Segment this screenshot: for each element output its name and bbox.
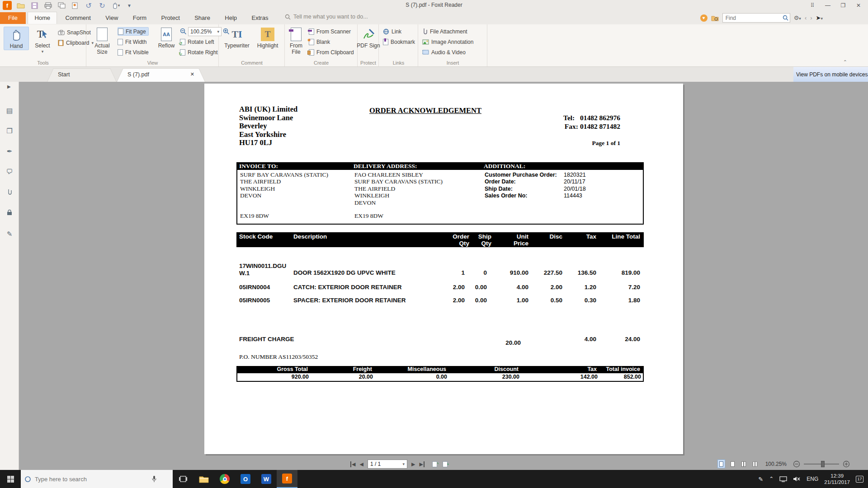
hidden-icons-chevron-icon[interactable]: ⌃ xyxy=(769,476,774,482)
page-indicator[interactable]: 1 / 1▾ xyxy=(368,460,407,469)
mobile-banner[interactable]: View PDFs on mobile devices xyxy=(793,67,868,82)
collapse-ribbon-icon[interactable]: ⌃ xyxy=(843,59,847,65)
link-button[interactable]: Link xyxy=(383,27,401,36)
menu-tab-protect[interactable]: Protect xyxy=(155,12,186,24)
highlight-button[interactable]: T Highlight xyxy=(254,27,282,49)
foxit-taskbar-icon[interactable]: f xyxy=(277,470,297,488)
zoom-out-icon[interactable] xyxy=(180,28,187,35)
image-annotation-button[interactable]: Image Annotation xyxy=(422,38,473,46)
continuous-view-icon[interactable] xyxy=(729,460,736,468)
zoom-out-circle-icon[interactable] xyxy=(793,460,800,468)
attachments-panel-icon[interactable] xyxy=(0,188,19,196)
find-previous-icon[interactable]: ‹ xyxy=(805,14,807,21)
zoom-slider-handle[interactable] xyxy=(821,461,825,467)
tell-me-search[interactable]: Tell me what you want to do... xyxy=(285,14,368,20)
find-settings-gear-icon[interactable]: ⚙▾ xyxy=(794,14,801,21)
zoom-slider[interactable] xyxy=(804,464,839,465)
action-center-icon[interactable]: 17 xyxy=(856,476,863,483)
reflow-button[interactable]: AA Reflow xyxy=(154,27,179,49)
last-page-icon[interactable]: ▶ xyxy=(419,461,424,467)
taskbar-search-input[interactable] xyxy=(35,476,148,483)
fit-page-button[interactable]: Fit Page xyxy=(118,27,149,36)
find-next-icon[interactable]: › xyxy=(810,14,812,21)
file-attachment-button[interactable]: File Attachment xyxy=(422,27,467,36)
taskbar-search[interactable] xyxy=(21,470,173,488)
heart-icon[interactable]: ♥ xyxy=(700,14,708,22)
next-view-icon[interactable]: ↷ xyxy=(443,461,449,467)
page-thumbnails-icon[interactable]: ▤ xyxy=(0,107,19,115)
select-button[interactable]: T Select▾ xyxy=(30,27,55,54)
menu-tab-help[interactable]: Help xyxy=(218,12,243,24)
security-panel-icon[interactable] xyxy=(0,209,19,217)
typewriter-button[interactable]: TI Typewriter xyxy=(222,27,252,49)
from-file-button[interactable]: From File xyxy=(286,27,306,56)
fit-visible-button[interactable]: Fit Visible xyxy=(118,48,149,56)
zoom-in-circle-icon[interactable] xyxy=(843,460,850,468)
snapshot-button[interactable]: SnapShot xyxy=(58,28,91,37)
first-page-icon[interactable]: ◀ xyxy=(350,461,355,467)
from-scanner-button[interactable]: From Scanner xyxy=(309,27,351,36)
clock[interactable]: 12:3921/11/2017 xyxy=(824,473,850,486)
single-page-view-icon[interactable] xyxy=(717,460,725,468)
zoom-level-combobox[interactable]: 100.25%▾ xyxy=(188,27,222,36)
chrome-icon[interactable] xyxy=(214,470,235,488)
rotate-left-button[interactable]: ↺ Rotate Left xyxy=(180,38,214,46)
search-folder-icon[interactable] xyxy=(711,15,719,21)
start-button[interactable] xyxy=(0,470,21,488)
language-indicator[interactable]: ENG xyxy=(807,476,818,482)
highlight-icon: T xyxy=(254,27,282,42)
pdf-sign-button[interactable]: PDF Sign xyxy=(356,27,381,49)
ribbon-group-links: Link Bookmark Links xyxy=(379,24,418,66)
pen-tray-icon[interactable]: ✎ xyxy=(758,476,763,483)
from-clipboard-icon xyxy=(309,49,314,56)
tab-document[interactable]: S (7).pdf ✕ xyxy=(117,68,205,82)
comments-panel-icon[interactable]: 🗩 xyxy=(0,168,19,175)
bookmark-icon xyxy=(383,39,388,45)
tab-start[interactable]: Start xyxy=(47,68,117,82)
book-view-icon[interactable] xyxy=(751,460,759,468)
restore-icon[interactable]: ❐ xyxy=(835,0,851,11)
fit-width-button[interactable]: Fit Width xyxy=(118,38,146,46)
company-address: ABI (UK) Limited Swinemoor Lane Beverley… xyxy=(239,105,297,147)
facing-view-icon[interactable] xyxy=(740,460,748,468)
menu-tab-home[interactable]: Home xyxy=(28,12,57,24)
close-icon[interactable]: ✕ xyxy=(851,0,866,11)
minimize-icon[interactable]: — xyxy=(820,0,835,11)
menu-tab-file[interactable]: File xyxy=(0,12,26,24)
task-view-icon[interactable] xyxy=(173,470,193,488)
microphone-icon[interactable] xyxy=(151,475,157,483)
file-explorer-icon[interactable] xyxy=(193,470,214,488)
outlook-icon[interactable]: O xyxy=(235,470,256,488)
find-input[interactable] xyxy=(722,13,790,23)
next-page-icon[interactable]: ▶ xyxy=(411,461,415,467)
menu-tab-share[interactable]: Share xyxy=(188,12,217,24)
previous-page-icon[interactable]: ◀ xyxy=(359,461,363,467)
signature-panel-icon[interactable]: ✎ xyxy=(0,230,19,238)
audio-video-button[interactable]: Audio & Video xyxy=(422,48,466,56)
previous-view-icon[interactable]: ↶ xyxy=(432,461,439,467)
menu-tab-view[interactable]: View xyxy=(99,12,124,24)
close-tab-icon[interactable]: ✕ xyxy=(190,71,194,77)
expand-panel-icon[interactable]: ▶ xyxy=(7,84,11,89)
selection-hand-icon[interactable]: ➤▾ xyxy=(816,14,823,21)
find-magnifier-icon[interactable] xyxy=(783,15,788,21)
bookmark-button[interactable]: Bookmark xyxy=(383,38,415,46)
document-tab-bar: Start S (7).pdf ✕ ▼ xyxy=(0,67,868,82)
menu-tab-comment[interactable]: Comment xyxy=(59,12,97,24)
hand-button[interactable]: Hand xyxy=(4,27,29,50)
menu-tab-form[interactable]: Form xyxy=(127,12,153,24)
pen-icon[interactable]: ✒ xyxy=(0,147,19,155)
po-number: P.O. NUMBER AS11203/50352 xyxy=(239,353,318,361)
display-tray-icon[interactable] xyxy=(779,476,787,482)
pages-icon[interactable]: ❐ xyxy=(0,127,19,135)
layout-grid-icon[interactable]: ⠿ xyxy=(805,0,820,11)
pdf-page: ABI (UK) Limited Swinemoor Lane Beverley… xyxy=(204,84,683,454)
blank-button[interactable]: ✱ Blank xyxy=(309,38,330,46)
word-icon[interactable]: W xyxy=(256,470,277,488)
menu-tab-extras[interactable]: Extras xyxy=(245,12,275,24)
from-clipboard-button[interactable]: From Clipboard xyxy=(309,48,354,56)
volume-muted-icon[interactable] xyxy=(793,476,801,482)
rotate-right-button[interactable]: ↻ Rotate Right xyxy=(180,48,218,56)
actual-size-button[interactable]: Actual Size xyxy=(90,27,115,56)
additional-values: 1820321 20/11/17 20/01/18 114443 xyxy=(564,172,586,200)
